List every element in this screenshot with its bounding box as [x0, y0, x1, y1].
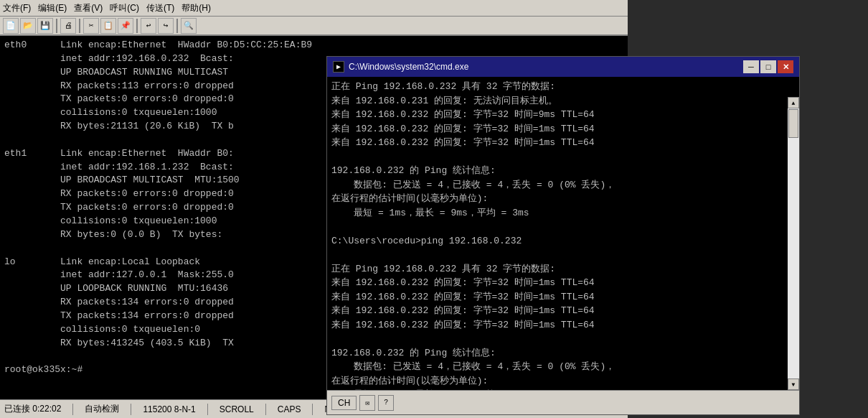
status-sep-3 — [207, 404, 208, 415]
scroll-status: SCROLL — [220, 404, 254, 414]
menu-view[interactable]: 查看(V) — [74, 2, 103, 14]
menu-bar: 文件(F) 编辑(E) 查看(V) 呼叫(C) 传送(T) 帮助(H) — [0, 0, 628, 16]
scroll-up-arrow[interactable]: ▲ — [788, 97, 799, 108]
caps-status: CAPS — [278, 404, 301, 414]
menu-help[interactable]: 帮助(H) — [181, 2, 211, 14]
toolbar-separator-3 — [136, 19, 138, 33]
cmd-icon: ▶ — [333, 61, 344, 73]
status-sep-2 — [131, 404, 131, 415]
copy-button[interactable]: 📋 — [100, 18, 116, 34]
scroll-track[interactable] — [788, 108, 799, 378]
toolbar-separator-1 — [56, 19, 57, 33]
close-button[interactable]: ✕ — [778, 60, 793, 73]
cmd-content: 正在 Ping 192.168.0.232 具有 32 字节的数据: 来自 19… — [327, 77, 799, 390]
redo-button[interactable]: ↪ — [158, 18, 174, 34]
cmd-titlebar: ▶ C:\Windows\system32\cmd.exe ─ □ ✕ — [327, 57, 799, 77]
scroll-thumb[interactable] — [788, 109, 798, 138]
menu-call[interactable]: 呼叫(C) — [110, 2, 139, 14]
menu-edit[interactable]: 编辑(E) — [38, 2, 67, 14]
toolbar-separator-2 — [79, 19, 80, 33]
scroll-down-arrow[interactable]: ▼ — [788, 378, 799, 390]
paste-button[interactable]: 📌 — [118, 18, 133, 34]
open-button[interactable]: 📂 — [20, 18, 36, 34]
cmd-window: ▶ C:\Windows\system32\cmd.exe ─ □ ✕ 正在 P… — [326, 56, 800, 415]
cmd-taskbar: CH ✉ ? — [327, 390, 799, 414]
undo-button[interactable]: ↩ — [141, 18, 156, 34]
auto-detect-status: 自动检测 — [85, 403, 119, 415]
help-icon-button[interactable]: ? — [378, 395, 394, 411]
cut-button[interactable]: ✂ — [83, 18, 99, 34]
save-button[interactable]: 💾 — [37, 18, 53, 34]
connection-status: 已连接 0:22:02 — [4, 403, 61, 415]
cmd-icon-symbol: ▶ — [336, 62, 341, 71]
window-controls: ─ □ ✕ — [743, 60, 793, 73]
ch-button[interactable]: CH — [331, 396, 357, 410]
status-sep-5 — [312, 404, 313, 415]
search-button[interactable]: 🔍 — [181, 18, 197, 34]
mail-icon-button[interactable]: ✉ — [359, 395, 375, 411]
baud-status: 115200 8-N-1 — [143, 404, 195, 414]
status-sep-4 — [265, 404, 266, 415]
toolbar-separator-4 — [176, 19, 178, 33]
toolbar: 📄 📂 💾 🖨 ✂ 📋 📌 ↩ ↪ 🔍 — [0, 16, 628, 36]
menu-transfer[interactable]: 传送(T) — [146, 2, 174, 14]
new-button[interactable]: 📄 — [3, 18, 19, 34]
cmd-scrollbar[interactable]: ▲ ▼ — [788, 97, 799, 390]
print-button[interactable]: 🖨 — [60, 18, 76, 34]
maximize-button[interactable]: □ — [760, 60, 776, 73]
minimize-button[interactable]: ─ — [743, 60, 759, 73]
status-sep-1 — [72, 404, 73, 415]
menu-file[interactable]: 文件(F) — [3, 2, 31, 14]
cmd-title: C:\Windows\system32\cmd.exe — [349, 62, 743, 72]
